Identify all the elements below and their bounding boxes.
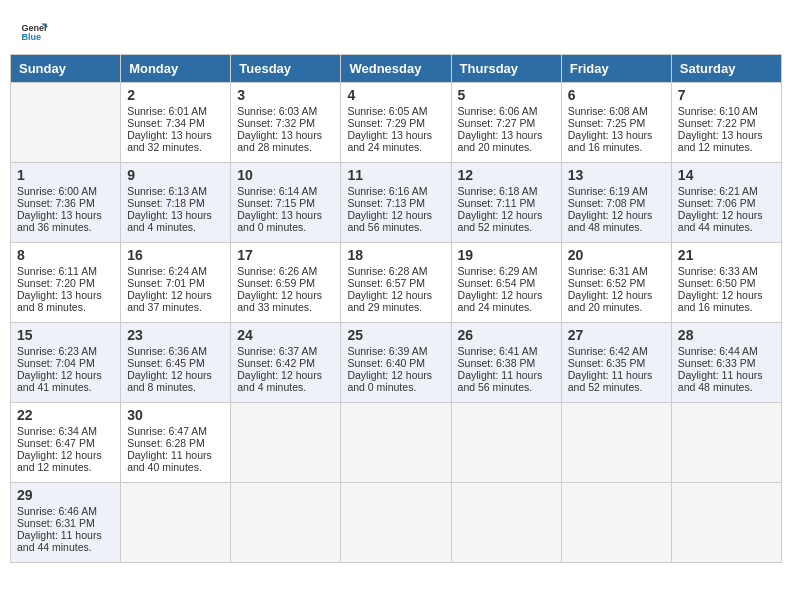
col-header-saturday: Saturday: [671, 55, 781, 83]
calendar-cell: 18Sunrise: 6:28 AMSunset: 6:57 PMDayligh…: [341, 243, 451, 323]
sunset-text: Sunset: 7:34 PM: [127, 117, 205, 129]
col-header-friday: Friday: [561, 55, 671, 83]
col-header-sunday: Sunday: [11, 55, 121, 83]
calendar-cell: 7Sunrise: 6:10 AMSunset: 7:22 PMDaylight…: [671, 83, 781, 163]
sunset-text: Sunset: 7:29 PM: [347, 117, 425, 129]
sunrise-text: Sunrise: 6:31 AM: [568, 265, 648, 277]
sunset-text: Sunset: 6:59 PM: [237, 277, 315, 289]
sunset-text: Sunset: 6:28 PM: [127, 437, 205, 449]
sunset-text: Sunset: 6:35 PM: [568, 357, 646, 369]
daylight-text: Daylight: 13 hours and 20 minutes.: [458, 129, 543, 153]
calendar-cell: [451, 403, 561, 483]
day-number: 9: [127, 167, 224, 183]
day-number: 5: [458, 87, 555, 103]
daylight-text: Daylight: 12 hours and 16 minutes.: [678, 289, 763, 313]
calendar-cell: 30Sunrise: 6:47 AMSunset: 6:28 PMDayligh…: [121, 403, 231, 483]
logo: General Blue: [20, 18, 48, 46]
calendar-cell: 15Sunrise: 6:23 AMSunset: 7:04 PMDayligh…: [11, 323, 121, 403]
sunrise-text: Sunrise: 6:24 AM: [127, 265, 207, 277]
logo-icon: General Blue: [20, 18, 48, 46]
sunset-text: Sunset: 6:40 PM: [347, 357, 425, 369]
day-number: 12: [458, 167, 555, 183]
daylight-text: Daylight: 11 hours and 44 minutes.: [17, 529, 102, 553]
calendar-cell: 16Sunrise: 6:24 AMSunset: 7:01 PMDayligh…: [121, 243, 231, 323]
calendar-cell: [341, 483, 451, 563]
day-number: 2: [127, 87, 224, 103]
page-header: General Blue: [10, 10, 782, 50]
day-number: 17: [237, 247, 334, 263]
daylight-text: Daylight: 12 hours and 48 minutes.: [568, 209, 653, 233]
day-number: 8: [17, 247, 114, 263]
week-row: 2Sunrise: 6:01 AMSunset: 7:34 PMDaylight…: [11, 83, 782, 163]
daylight-text: Daylight: 12 hours and 41 minutes.: [17, 369, 102, 393]
calendar-cell: 1Sunrise: 6:00 AMSunset: 7:36 PMDaylight…: [11, 163, 121, 243]
daylight-text: Daylight: 13 hours and 4 minutes.: [127, 209, 212, 233]
daylight-text: Daylight: 13 hours and 8 minutes.: [17, 289, 102, 313]
daylight-text: Daylight: 11 hours and 48 minutes.: [678, 369, 763, 393]
sunset-text: Sunset: 6:54 PM: [458, 277, 536, 289]
calendar-cell: [231, 483, 341, 563]
sunrise-text: Sunrise: 6:39 AM: [347, 345, 427, 357]
daylight-text: Daylight: 11 hours and 52 minutes.: [568, 369, 653, 393]
svg-text:Blue: Blue: [21, 32, 41, 42]
day-number: 10: [237, 167, 334, 183]
sunset-text: Sunset: 6:47 PM: [17, 437, 95, 449]
day-number: 3: [237, 87, 334, 103]
calendar-cell: [341, 403, 451, 483]
calendar-cell: 6Sunrise: 6:08 AMSunset: 7:25 PMDaylight…: [561, 83, 671, 163]
daylight-text: Daylight: 12 hours and 8 minutes.: [127, 369, 212, 393]
sunrise-text: Sunrise: 6:36 AM: [127, 345, 207, 357]
sunset-text: Sunset: 7:32 PM: [237, 117, 315, 129]
calendar-cell: 3Sunrise: 6:03 AMSunset: 7:32 PMDaylight…: [231, 83, 341, 163]
calendar-cell: 21Sunrise: 6:33 AMSunset: 6:50 PMDayligh…: [671, 243, 781, 323]
daylight-text: Daylight: 12 hours and 37 minutes.: [127, 289, 212, 313]
sunrise-text: Sunrise: 6:08 AM: [568, 105, 648, 117]
calendar-cell: 24Sunrise: 6:37 AMSunset: 6:42 PMDayligh…: [231, 323, 341, 403]
day-number: 25: [347, 327, 444, 343]
sunset-text: Sunset: 7:20 PM: [17, 277, 95, 289]
sunrise-text: Sunrise: 6:21 AM: [678, 185, 758, 197]
day-number: 19: [458, 247, 555, 263]
sunrise-text: Sunrise: 6:16 AM: [347, 185, 427, 197]
calendar-cell: 5Sunrise: 6:06 AMSunset: 7:27 PMDaylight…: [451, 83, 561, 163]
calendar-cell: 23Sunrise: 6:36 AMSunset: 6:45 PMDayligh…: [121, 323, 231, 403]
calendar-cell: 27Sunrise: 6:42 AMSunset: 6:35 PMDayligh…: [561, 323, 671, 403]
sunset-text: Sunset: 7:25 PM: [568, 117, 646, 129]
day-number: 14: [678, 167, 775, 183]
sunrise-text: Sunrise: 6:26 AM: [237, 265, 317, 277]
calendar-cell: [231, 403, 341, 483]
header-row: SundayMondayTuesdayWednesdayThursdayFrid…: [11, 55, 782, 83]
sunrise-text: Sunrise: 6:00 AM: [17, 185, 97, 197]
calendar-cell: [121, 483, 231, 563]
sunset-text: Sunset: 6:38 PM: [458, 357, 536, 369]
day-number: 15: [17, 327, 114, 343]
calendar-cell: 26Sunrise: 6:41 AMSunset: 6:38 PMDayligh…: [451, 323, 561, 403]
daylight-text: Daylight: 11 hours and 40 minutes.: [127, 449, 212, 473]
calendar-cell: [561, 403, 671, 483]
daylight-text: Daylight: 13 hours and 36 minutes.: [17, 209, 102, 233]
daylight-text: Daylight: 12 hours and 24 minutes.: [458, 289, 543, 313]
day-number: 6: [568, 87, 665, 103]
col-header-thursday: Thursday: [451, 55, 561, 83]
week-row: 1Sunrise: 6:00 AMSunset: 7:36 PMDaylight…: [11, 163, 782, 243]
col-header-monday: Monday: [121, 55, 231, 83]
daylight-text: Daylight: 12 hours and 56 minutes.: [347, 209, 432, 233]
calendar-cell: [671, 483, 781, 563]
daylight-text: Daylight: 13 hours and 28 minutes.: [237, 129, 322, 153]
sunrise-text: Sunrise: 6:05 AM: [347, 105, 427, 117]
sunrise-text: Sunrise: 6:28 AM: [347, 265, 427, 277]
week-row: 15Sunrise: 6:23 AMSunset: 7:04 PMDayligh…: [11, 323, 782, 403]
sunrise-text: Sunrise: 6:34 AM: [17, 425, 97, 437]
calendar-cell: 10Sunrise: 6:14 AMSunset: 7:15 PMDayligh…: [231, 163, 341, 243]
daylight-text: Daylight: 11 hours and 56 minutes.: [458, 369, 543, 393]
sunset-text: Sunset: 6:50 PM: [678, 277, 756, 289]
calendar-cell: 13Sunrise: 6:19 AMSunset: 7:08 PMDayligh…: [561, 163, 671, 243]
calendar-table: SundayMondayTuesdayWednesdayThursdayFrid…: [10, 54, 782, 563]
week-row: 22Sunrise: 6:34 AMSunset: 6:47 PMDayligh…: [11, 403, 782, 483]
sunset-text: Sunset: 7:08 PM: [568, 197, 646, 209]
day-number: 30: [127, 407, 224, 423]
daylight-text: Daylight: 12 hours and 52 minutes.: [458, 209, 543, 233]
calendar-cell: 9Sunrise: 6:13 AMSunset: 7:18 PMDaylight…: [121, 163, 231, 243]
sunset-text: Sunset: 7:22 PM: [678, 117, 756, 129]
calendar-cell: 19Sunrise: 6:29 AMSunset: 6:54 PMDayligh…: [451, 243, 561, 323]
